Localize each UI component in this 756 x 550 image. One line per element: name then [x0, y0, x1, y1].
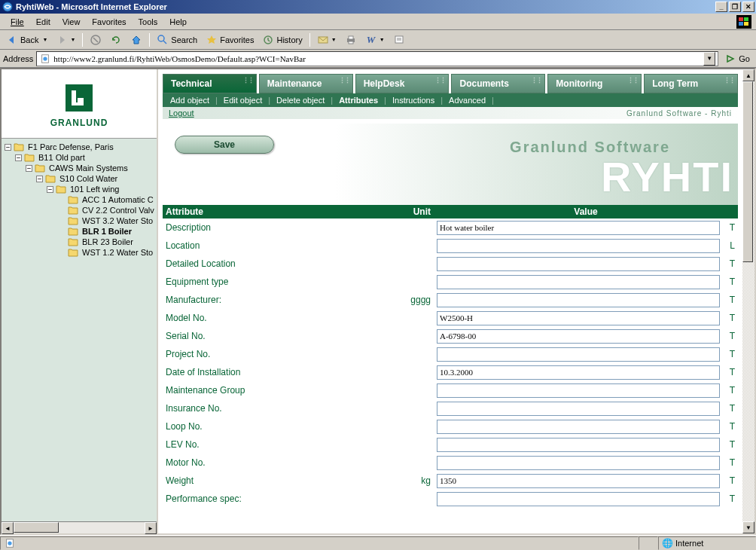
attr-value-input[interactable]: [437, 257, 720, 271]
attr-value-input[interactable]: [437, 329, 720, 344]
tab-documents[interactable]: Documents: [451, 74, 545, 93]
back-button[interactable]: Back ▼: [3, 32, 50, 48]
windows-logo-icon: [736, 15, 751, 29]
attr-value-input[interactable]: [437, 438, 720, 452]
attr-flag[interactable]: T: [720, 493, 735, 504]
scroll-up-button[interactable]: ▲: [742, 69, 754, 81]
attr-flag[interactable]: T: [720, 385, 735, 396]
tab-monitoring[interactable]: Monitoring: [547, 74, 642, 93]
menu-tools[interactable]: Tools: [133, 16, 164, 28]
attr-flag[interactable]: T: [720, 367, 735, 377]
attr-value-input[interactable]: [437, 365, 720, 380]
tree-node-wst12[interactable]: WST 1.2 Water Sto: [2, 247, 157, 258]
attr-value-input[interactable]: [437, 474, 720, 488]
attr-value-input[interactable]: [437, 420, 720, 434]
submenu-add[interactable]: Add object: [170, 96, 209, 105]
tree-node-cv22[interactable]: CV 2.2 Control Valv: [2, 205, 157, 215]
attr-flag[interactable]: T: [720, 349, 735, 359]
refresh-button[interactable]: [107, 32, 125, 48]
scroll-right-button[interactable]: ►: [145, 522, 157, 534]
tree-node-blr1[interactable]: BLR 1 Boiler: [2, 226, 157, 237]
edit-button[interactable]: W▼: [362, 32, 388, 48]
tab-longterm[interactable]: Long Term: [644, 74, 738, 93]
favorites-button[interactable]: Favorites: [203, 32, 257, 48]
header-value: Value: [437, 206, 735, 217]
attr-flag[interactable]: T: [720, 475, 735, 486]
address-input[interactable]: [53, 54, 701, 63]
submenu-advanced[interactable]: Advanced: [449, 96, 486, 105]
minimize-button[interactable]: _: [715, 2, 727, 12]
collapse-icon[interactable]: −: [26, 165, 32, 172]
scroll-down-button[interactable]: ▼: [742, 521, 754, 533]
discuss-button[interactable]: [390, 32, 408, 48]
collapse-icon[interactable]: −: [5, 144, 11, 151]
scroll-left-button[interactable]: ◄: [2, 522, 14, 534]
attr-flag[interactable]: L: [720, 240, 735, 251]
submenu-edit[interactable]: Edit object: [224, 96, 262, 105]
tree-node-blr23[interactable]: BLR 23 Boiler: [2, 237, 157, 247]
collapse-icon[interactable]: −: [15, 154, 22, 161]
save-button[interactable]: Save: [175, 136, 274, 154]
tab-maintenance[interactable]: Maintenance: [259, 74, 353, 93]
attr-flag[interactable]: T: [720, 313, 735, 323]
search-button[interactable]: Search: [154, 32, 200, 48]
attr-flag[interactable]: T: [720, 421, 735, 432]
tab-technical[interactable]: Technical: [163, 74, 257, 93]
mail-button[interactable]: ▼: [314, 32, 340, 48]
attr-flag[interactable]: T: [720, 403, 735, 414]
attr-value-input[interactable]: [437, 293, 720, 307]
submenu-delete[interactable]: Delete object: [276, 96, 325, 105]
attr-value-input[interactable]: [437, 402, 720, 416]
attr-value-input[interactable]: [437, 239, 720, 253]
attr-value-input[interactable]: [437, 221, 720, 235]
attr-value-input[interactable]: [437, 347, 720, 362]
collapse-icon[interactable]: −: [36, 176, 43, 182]
address-dropdown-button[interactable]: ▼: [703, 52, 715, 66]
tree-node-caws[interactable]: −CAWS Main Systems: [2, 163, 157, 173]
folder-icon: [68, 237, 78, 246]
tree-node-f1[interactable]: −F1 Parc Defense, Paris: [2, 142, 157, 152]
attr-flag[interactable]: T: [720, 277, 735, 287]
tree-node-wst32[interactable]: WST 3.2 Water Sto: [2, 215, 157, 226]
forward-button[interactable]: ▼: [53, 32, 78, 48]
submenu-instructions[interactable]: Instructions: [392, 96, 434, 105]
attr-value-input[interactable]: [437, 311, 720, 325]
attr-flag[interactable]: T: [720, 439, 735, 450]
vertical-scrollbar[interactable]: ▲ ▼: [742, 69, 754, 533]
tree-node-101[interactable]: −101 Left wing: [2, 184, 157, 194]
attr-flag[interactable]: T: [720, 331, 735, 341]
attr-flag[interactable]: T: [720, 258, 735, 269]
tree-node-b11[interactable]: −B11 Old part: [2, 152, 157, 163]
attr-flag[interactable]: T: [720, 295, 735, 305]
restore-button[interactable]: ❐: [729, 2, 741, 12]
submenu-attributes[interactable]: Attributes: [339, 96, 378, 105]
attr-value-input[interactable]: [437, 383, 720, 398]
scroll-thumb[interactable]: [14, 522, 59, 533]
menu-edit[interactable]: Edit: [30, 16, 56, 28]
menu-view[interactable]: View: [56, 16, 87, 28]
attr-flag[interactable]: T: [720, 457, 735, 468]
scroll-thumb[interactable]: [742, 81, 753, 262]
forward-arrow-icon: [56, 34, 68, 46]
history-button[interactable]: History: [259, 32, 305, 48]
menu-help[interactable]: Help: [163, 16, 193, 28]
logout-link[interactable]: Logout: [169, 108, 194, 118]
attr-value-input[interactable]: [437, 275, 720, 289]
tree-horizontal-scrollbar[interactable]: ◄ ►: [2, 521, 157, 533]
tree-node-acc1[interactable]: ACC 1 Automatic C: [2, 194, 157, 205]
attr-flag[interactable]: T: [720, 222, 735, 233]
print-button[interactable]: [342, 32, 360, 48]
stop-button[interactable]: [87, 32, 105, 48]
dropdown-icon: ▼: [42, 37, 47, 42]
collapse-icon[interactable]: −: [47, 186, 53, 193]
home-button[interactable]: [127, 32, 145, 48]
menu-file[interactable]: File: [5, 16, 30, 28]
menu-favorites[interactable]: Favorites: [86, 16, 132, 28]
attribute-row: Insurance No.T: [163, 399, 738, 417]
tab-helpdesk[interactable]: HelpDesk: [355, 74, 450, 93]
attr-value-input[interactable]: [437, 492, 720, 506]
go-button[interactable]: Go: [721, 53, 753, 65]
close-button[interactable]: ✕: [742, 2, 754, 12]
tree-node-s10[interactable]: −S10 Cold Water: [2, 173, 157, 184]
attr-value-input[interactable]: [437, 456, 720, 470]
